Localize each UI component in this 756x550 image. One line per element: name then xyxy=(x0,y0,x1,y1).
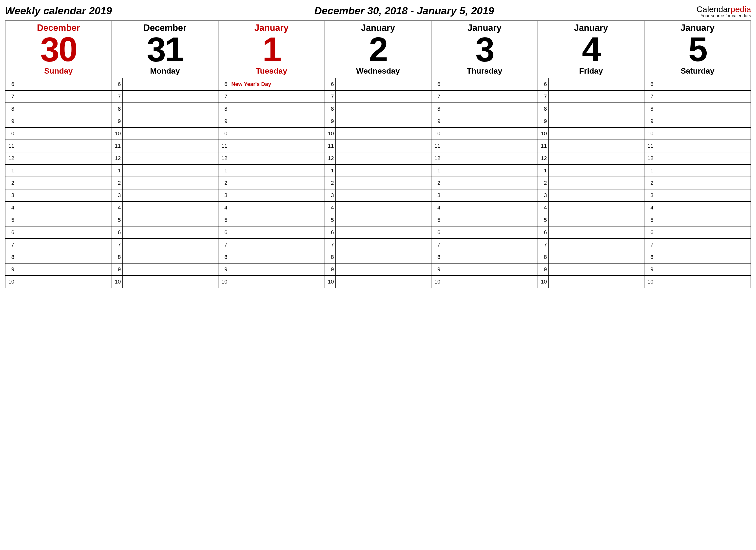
hour-cell[interactable]: 5 xyxy=(538,214,644,226)
hour-cell[interactable]: 10 xyxy=(431,276,538,288)
hour-cell[interactable]: 7 xyxy=(112,238,218,251)
hour-cell[interactable]: 9 xyxy=(431,115,538,127)
hour-cell[interactable]: 8 xyxy=(431,251,538,263)
hour-cell[interactable]: 10 xyxy=(112,127,218,140)
hour-cell[interactable]: 6 xyxy=(325,78,431,90)
hour-cell[interactable]: 3 xyxy=(5,189,112,201)
hour-cell[interactable]: 1 xyxy=(431,164,538,177)
hour-cell[interactable]: 4 xyxy=(218,201,325,214)
hour-cell[interactable]: 2 xyxy=(218,177,325,189)
hour-cell[interactable]: 7 xyxy=(644,90,751,103)
hour-cell[interactable]: 10 xyxy=(644,127,751,140)
hour-cell[interactable]: 8 xyxy=(5,103,112,115)
hour-cell[interactable]: 1 xyxy=(538,164,644,177)
hour-cell[interactable]: 10 xyxy=(538,276,644,288)
hour-cell[interactable]: 5 xyxy=(218,214,325,226)
hour-cell[interactable]: 9 xyxy=(112,263,218,276)
hour-cell[interactable]: 3 xyxy=(431,189,538,201)
hour-cell[interactable]: 10 xyxy=(218,127,325,140)
hour-cell[interactable]: 12 xyxy=(5,152,112,164)
hour-cell[interactable]: 9 xyxy=(5,263,112,276)
hour-cell[interactable]: 1 xyxy=(325,164,431,177)
hour-cell[interactable]: 11 xyxy=(644,140,751,152)
hour-cell[interactable]: 8 xyxy=(112,251,218,263)
hour-cell[interactable]: 6 xyxy=(218,226,325,238)
hour-cell[interactable]: 3 xyxy=(325,189,431,201)
hour-cell[interactable]: 10 xyxy=(325,127,431,140)
hour-cell[interactable]: 12 xyxy=(431,152,538,164)
hour-cell[interactable]: 12 xyxy=(538,152,644,164)
hour-cell[interactable]: 8 xyxy=(538,251,644,263)
hour-cell[interactable]: 1 xyxy=(112,164,218,177)
hour-cell[interactable]: 2 xyxy=(538,177,644,189)
hour-cell[interactable]: 8 xyxy=(538,103,644,115)
hour-cell[interactable]: 8 xyxy=(644,103,751,115)
hour-cell[interactable]: 6 xyxy=(644,78,751,90)
hour-cell[interactable]: 5 xyxy=(5,214,112,226)
hour-cell[interactable]: 4 xyxy=(538,201,644,214)
hour-cell[interactable]: 10 xyxy=(431,127,538,140)
hour-cell[interactable]: 10 xyxy=(112,276,218,288)
hour-cell[interactable]: 10 xyxy=(538,127,644,140)
hour-cell[interactable]: 5 xyxy=(325,214,431,226)
hour-cell[interactable]: 2 xyxy=(112,177,218,189)
hour-cell[interactable]: 11 xyxy=(218,140,325,152)
hour-cell[interactable]: 3 xyxy=(538,189,644,201)
hour-cell[interactable]: 5 xyxy=(431,214,538,226)
hour-cell[interactable]: 7 xyxy=(325,90,431,103)
hour-cell[interactable]: 5 xyxy=(112,214,218,226)
hour-cell[interactable]: 6New Year's Day xyxy=(218,78,325,90)
hour-cell[interactable]: 5 xyxy=(644,214,751,226)
hour-cell[interactable]: 7 xyxy=(218,90,325,103)
hour-cell[interactable]: 1 xyxy=(644,164,751,177)
hour-cell[interactable]: 11 xyxy=(431,140,538,152)
hour-cell[interactable]: 7 xyxy=(112,90,218,103)
hour-cell[interactable]: 9 xyxy=(218,263,325,276)
hour-cell[interactable]: 6 xyxy=(5,226,112,238)
hour-cell[interactable]: 9 xyxy=(112,115,218,127)
hour-cell[interactable]: 9 xyxy=(325,115,431,127)
hour-cell[interactable]: 3 xyxy=(644,189,751,201)
hour-cell[interactable]: 9 xyxy=(644,115,751,127)
hour-cell[interactable]: 9 xyxy=(644,263,751,276)
hour-cell[interactable]: 2 xyxy=(644,177,751,189)
hour-cell[interactable]: 7 xyxy=(5,238,112,251)
hour-cell[interactable]: 7 xyxy=(431,90,538,103)
hour-cell[interactable]: 10 xyxy=(644,276,751,288)
hour-cell[interactable]: 2 xyxy=(5,177,112,189)
hour-cell[interactable]: 11 xyxy=(112,140,218,152)
hour-cell[interactable]: 8 xyxy=(325,251,431,263)
hour-cell[interactable]: 1 xyxy=(218,164,325,177)
hour-cell[interactable]: 11 xyxy=(538,140,644,152)
hour-cell[interactable]: 3 xyxy=(218,189,325,201)
hour-cell[interactable]: 7 xyxy=(218,238,325,251)
hour-cell[interactable]: 6 xyxy=(112,226,218,238)
hour-cell[interactable]: 8 xyxy=(644,251,751,263)
hour-cell[interactable]: 7 xyxy=(325,238,431,251)
hour-cell[interactable]: 6 xyxy=(112,78,218,90)
hour-cell[interactable]: 8 xyxy=(112,103,218,115)
hour-cell[interactable]: 9 xyxy=(218,115,325,127)
hour-cell[interactable]: 2 xyxy=(325,177,431,189)
hour-cell[interactable]: 8 xyxy=(5,251,112,263)
hour-cell[interactable]: 6 xyxy=(431,226,538,238)
hour-cell[interactable]: 7 xyxy=(644,238,751,251)
hour-cell[interactable]: 4 xyxy=(644,201,751,214)
hour-cell[interactable]: 4 xyxy=(5,201,112,214)
hour-cell[interactable]: 9 xyxy=(5,115,112,127)
hour-cell[interactable]: 8 xyxy=(218,251,325,263)
hour-cell[interactable]: 9 xyxy=(538,263,644,276)
hour-cell[interactable]: 10 xyxy=(218,276,325,288)
hour-cell[interactable]: 7 xyxy=(431,238,538,251)
hour-cell[interactable]: 8 xyxy=(325,103,431,115)
hour-cell[interactable]: 4 xyxy=(112,201,218,214)
hour-cell[interactable]: 3 xyxy=(112,189,218,201)
hour-cell[interactable]: 9 xyxy=(431,263,538,276)
hour-cell[interactable]: 2 xyxy=(431,177,538,189)
hour-cell[interactable]: 4 xyxy=(431,201,538,214)
hour-cell[interactable]: 10 xyxy=(325,276,431,288)
hour-cell[interactable]: 6 xyxy=(538,226,644,238)
hour-cell[interactable]: 6 xyxy=(431,78,538,90)
hour-cell[interactable]: 6 xyxy=(538,78,644,90)
hour-cell[interactable]: 10 xyxy=(5,127,112,140)
